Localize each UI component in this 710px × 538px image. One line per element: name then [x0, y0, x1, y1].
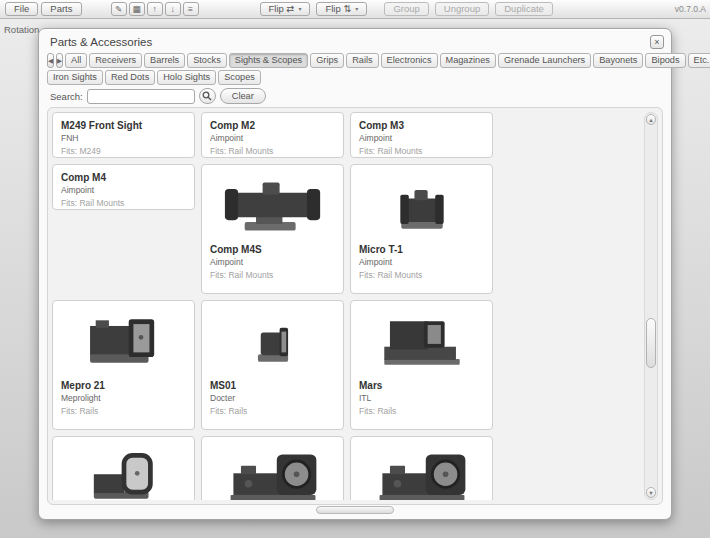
part-card[interactable]: M249 Front Sight FNH Fits: M249 — [52, 112, 195, 158]
tabs-row1: AllReceiversBarrelsStocksSights & Scopes… — [65, 53, 710, 68]
part-card[interactable]: Comp M4S Aimpoint Fits: Rail Mounts — [201, 164, 344, 294]
holo-sight-icon — [359, 442, 484, 500]
search-label: Search: — [50, 91, 83, 102]
tab-all[interactable]: All — [65, 53, 87, 68]
flip-button[interactable]: Flip ⇅▾ — [316, 2, 367, 16]
horizontal-scrollbar[interactable] — [316, 506, 394, 514]
part-card[interactable]: Comp M3 Aimpoint Fits: Rail Mounts — [350, 112, 493, 158]
part-card[interactable]: Mars ITL Fits: Rails — [350, 300, 493, 430]
scroll-up-icon[interactable]: ▲ — [646, 114, 656, 125]
edit-icon[interactable]: ✎ — [111, 2, 127, 16]
subtab-holo-sights[interactable]: Holo Sights — [157, 70, 216, 85]
part-fits: Fits: M249 — [61, 146, 186, 156]
file-menu[interactable]: File — [5, 2, 38, 16]
scroll-down-icon[interactable]: ▼ — [646, 487, 656, 498]
app-window: File Parts ✎▦↑↓≡ Flip ⇄▾Flip ⇅▾ GroupUng… — [0, 0, 710, 538]
dropdown-caret-icon: ▾ — [355, 3, 358, 15]
search-icon[interactable] — [199, 88, 216, 104]
close-icon[interactable]: × — [650, 35, 664, 49]
reflex-sight-icon — [61, 306, 186, 378]
compact-sight-icon — [359, 170, 484, 242]
part-name: MS01 — [210, 380, 335, 391]
tab-sights-scopes[interactable]: Sights & Scopes — [229, 53, 308, 68]
part-maker: Aimpoint — [359, 133, 484, 143]
part-card[interactable]: Mepro 21 Meprolight Fits: Rails — [52, 300, 195, 430]
tabs-next-icon[interactable]: ▶ — [56, 53, 63, 68]
tab-magazines[interactable]: Magazines — [440, 53, 496, 68]
parts-dialog: Parts & Accessories × ◀ ▶ AllReceiversBa… — [38, 28, 672, 520]
part-name: Comp M4 — [61, 172, 186, 183]
part-card[interactable]: Quick Shot 1x33 Mueller Fits: Rails — [52, 436, 195, 500]
flip-button[interactable]: Flip ⇄▾ — [260, 2, 311, 16]
part-card[interactable]: 552 EOTech Fits: Rails — [350, 436, 493, 500]
ungroup-button[interactable]: Ungroup — [435, 2, 489, 16]
tab-rails[interactable]: Rails — [346, 53, 378, 68]
toolbar-flip-buttons: Flip ⇄▾Flip ⇅▾ — [260, 2, 368, 16]
part-name: Mepro 21 — [61, 380, 186, 391]
swatch-icon[interactable]: ▦ — [129, 2, 145, 16]
subtab-iron-sights[interactable]: Iron Sights — [47, 70, 103, 85]
part-name: Comp M2 — [210, 120, 335, 131]
parts-menu[interactable]: Parts — [41, 2, 81, 16]
part-maker: Aimpoint — [61, 185, 186, 195]
tab-bayonets[interactable]: Bayonets — [593, 53, 643, 68]
tube-sight-icon — [210, 170, 335, 242]
tab-grenade-launchers[interactable]: Grenade Launchers — [498, 53, 591, 68]
subtab-scopes[interactable]: Scopes — [218, 70, 261, 85]
part-card[interactable]: Comp M4 Aimpoint Fits: Rail Mounts — [52, 164, 195, 210]
duplicate-button[interactable]: Duplicate — [495, 2, 553, 16]
part-fits: Fits: Rails — [210, 406, 335, 416]
part-card[interactable]: Micro T-1 Aimpoint Fits: Rail Mounts — [350, 164, 493, 294]
category-tabs: ◀ ▶ AllReceiversBarrelsStocksSights & Sc… — [47, 53, 663, 68]
part-name: Mars — [359, 380, 484, 391]
flip-vertical-icon: Flip ⇅ — [325, 3, 351, 15]
part-card[interactable]: 551 EOTech Fits: Rails — [201, 436, 344, 500]
tab-etc[interactable]: Etc. — [688, 53, 710, 68]
toolbar-action-buttons: GroupUngroupDuplicate — [384, 2, 552, 16]
parts-viewport: M249 Front Sight FNH Fits: M249 Comp M2 … — [52, 112, 640, 500]
group-button[interactable]: Group — [384, 2, 428, 16]
tab-barrels[interactable]: Barrels — [144, 53, 185, 68]
part-maker: Aimpoint — [210, 257, 335, 267]
part-fits: Fits: Rails — [61, 406, 186, 416]
parts-grid: M249 Front Sight FNH Fits: M249 Comp M2 … — [52, 112, 640, 500]
search-input[interactable] — [87, 89, 195, 104]
part-fits: Fits: Rail Mounts — [61, 198, 186, 208]
subtab-red-dots[interactable]: Red Dots — [105, 70, 155, 85]
subcategory-tabs: Iron SightsRed DotsHolo SightsScopes — [47, 70, 663, 85]
dropdown-caret-icon: ▾ — [298, 3, 301, 15]
tab-grips[interactable]: Grips — [310, 53, 344, 68]
open-reflex-icon — [61, 442, 186, 500]
search-row: Search: Clear — [50, 88, 266, 104]
tab-bipods[interactable]: Bipods — [645, 53, 685, 68]
part-maker: Docter — [210, 393, 335, 403]
tab-stocks[interactable]: Stocks — [187, 53, 227, 68]
send-backward-icon[interactable]: ↓ — [165, 2, 181, 16]
part-fits: Fits: Rails — [359, 406, 484, 416]
tab-receivers[interactable]: Receivers — [89, 53, 142, 68]
part-fits: Fits: Rail Mounts — [210, 146, 335, 156]
parts-panel: M249 Front Sight FNH Fits: M249 Comp M2 … — [47, 107, 663, 505]
part-maker: Aimpoint — [210, 133, 335, 143]
part-name: Comp M4S — [210, 244, 335, 255]
holo-sight-icon — [210, 442, 335, 500]
part-name: Comp M3 — [359, 120, 484, 131]
clear-search-button[interactable]: Clear — [220, 88, 266, 104]
part-name: Micro T-1 — [359, 244, 484, 255]
part-card[interactable]: MS01 Docter Fits: Rails — [201, 300, 344, 430]
part-maker: Meprolight — [61, 393, 186, 403]
rotation-label: Rotation — [4, 24, 39, 35]
tab-electronics[interactable]: Electronics — [381, 53, 438, 68]
part-maker: ITL — [359, 393, 484, 403]
vertical-scrollbar[interactable]: ▲ ▼ — [644, 112, 658, 500]
part-card[interactable]: Comp M2 Aimpoint Fits: Rail Mounts — [201, 112, 344, 158]
main-toolbar: File Parts ✎▦↑↓≡ Flip ⇄▾Flip ⇅▾ GroupUng… — [0, 0, 710, 19]
scrollbar-thumb[interactable] — [646, 318, 656, 368]
flip-horizontal-icon: Flip ⇄ — [269, 3, 295, 15]
tabs-row2: Iron SightsRed DotsHolo SightsScopes — [47, 70, 261, 85]
part-maker: Aimpoint — [359, 257, 484, 267]
version-label: v0.7.0.A — [675, 4, 706, 14]
bring-forward-icon[interactable]: ↑ — [147, 2, 163, 16]
align-icon[interactable]: ≡ — [183, 2, 199, 16]
tabs-prev-icon[interactable]: ◀ — [47, 53, 54, 68]
